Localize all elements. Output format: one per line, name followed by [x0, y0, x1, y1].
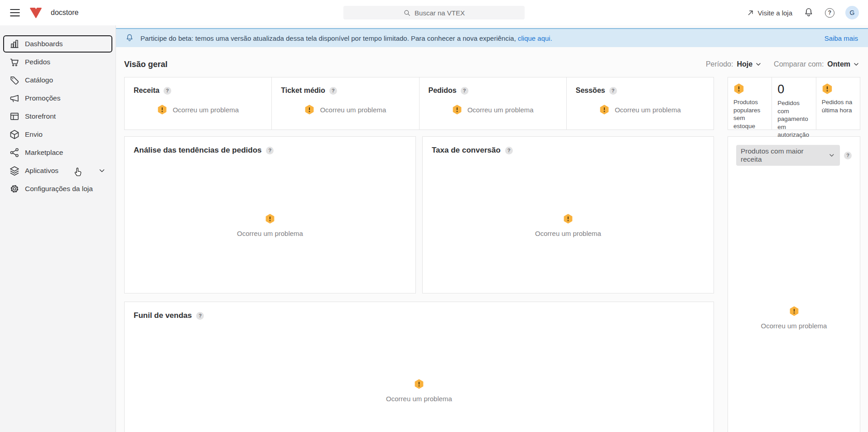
warning-icon	[822, 83, 833, 94]
panel-title: Funil de vendas	[134, 311, 192, 320]
share-icon	[9, 147, 20, 158]
notifications-bell-icon[interactable]	[803, 7, 814, 18]
sidebar: Dashboards Pedidos Catálogo Promoções St…	[0, 25, 116, 432]
period-select[interactable]: Período: Hoje	[706, 60, 762, 68]
sidebar-item-marketplace[interactable]: Marketplace	[3, 144, 112, 161]
warning-icon	[563, 214, 573, 224]
hamburger-menu-icon[interactable]	[9, 7, 21, 19]
mini-card-value: 0	[777, 83, 810, 95]
warning-icon	[733, 83, 744, 94]
cart-icon	[9, 57, 20, 67]
banner-link[interactable]: clique aqui.	[518, 34, 552, 42]
mini-card-label: Pedidos na última hora	[822, 98, 854, 114]
period-controls: Período: Hoje Comparar com: Ontem	[706, 60, 860, 68]
mini-card-pedidos-ultima-hora[interactable]: Pedidos na última hora	[816, 77, 860, 130]
error-message: Ocorreu um problema	[320, 106, 386, 114]
orders-trend-panel: Análise das tendências de pedidos ? Ocor…	[124, 136, 416, 293]
help-badge-icon[interactable]: ?	[329, 87, 337, 95]
help-badge-icon[interactable]: ?	[844, 152, 852, 159]
sidebar-item-catalogo[interactable]: Catálogo	[3, 72, 112, 89]
sidebar-item-aplicativos[interactable]: Aplicativos	[3, 162, 112, 179]
sidebar-item-label: Dashboards	[25, 40, 63, 48]
warning-icon	[452, 105, 462, 115]
top-products-selector[interactable]: Produtos com maior receita	[736, 145, 840, 166]
sidebar-item-storefront[interactable]: Storefront	[3, 108, 112, 125]
gear-icon	[9, 183, 20, 194]
external-link-icon	[747, 9, 754, 16]
sidebar-item-promocoes[interactable]: Promoções	[3, 90, 112, 107]
compare-label: Comparar com:	[774, 60, 824, 68]
sidebar-item-label: Promoções	[25, 94, 60, 102]
compare-select[interactable]: Comparar com: Ontem	[774, 60, 860, 68]
metric-card-receita: Receita ? Ocorreu um problema	[125, 77, 271, 130]
sidebar-item-label: Catálogo	[25, 76, 53, 84]
main-content: Participe do beta: temos uma versão atua…	[116, 25, 868, 432]
warning-icon	[599, 105, 609, 115]
sidebar-item-dashboards[interactable]: Dashboards	[3, 35, 112, 53]
megaphone-icon	[9, 93, 20, 104]
metrics-panel: Receita ? Ocorreu um problema Ticket méd…	[124, 77, 714, 130]
mini-metrics-panel: Produtos populares sem estoque 0 Pedidos…	[728, 77, 860, 130]
tag-icon	[9, 75, 20, 86]
warning-icon	[265, 214, 275, 224]
help-badge-icon[interactable]: ?	[609, 87, 617, 95]
panel-title: Análise das tendências de pedidos	[134, 146, 261, 155]
panel-title: Taxa de conversão	[432, 146, 501, 155]
metric-title: Ticket médio	[281, 86, 325, 95]
sidebar-item-label: Pedidos	[25, 58, 50, 66]
warning-icon	[304, 105, 314, 115]
sidebar-item-label: Configurações da loja	[25, 185, 93, 193]
visit-store-label: Visite a loja	[758, 9, 792, 17]
help-badge-icon[interactable]: ?	[196, 312, 204, 320]
chevron-down-icon	[828, 152, 835, 159]
selector-label: Produtos com maior receita	[741, 147, 825, 163]
sidebar-item-pedidos[interactable]: Pedidos	[3, 53, 112, 71]
search-input[interactable]: Buscar na VTEX	[343, 6, 525, 19]
beta-banner: Participe do beta: temos uma versão atua…	[116, 28, 868, 47]
help-badge-icon[interactable]: ?	[505, 147, 513, 154]
error-message: Ocorreu um problema	[386, 395, 452, 403]
period-label: Período:	[706, 60, 733, 68]
error-message: Ocorreu um problema	[468, 106, 534, 114]
saiba-mais-button[interactable]: Saiba mais	[825, 34, 858, 42]
mini-card-produtos-sem-estoque[interactable]: Produtos populares sem estoque	[728, 77, 772, 130]
sidebar-item-configuracoes[interactable]: Configurações da loja	[3, 180, 112, 197]
avatar[interactable]: G	[845, 6, 859, 19]
error-message: Ocorreu um problema	[535, 230, 601, 237]
compare-value: Ontem	[827, 60, 850, 68]
topbar: docstore Buscar na VTEX Visite a loja ? …	[0, 0, 868, 25]
storefront-icon	[9, 111, 20, 122]
sidebar-item-envio[interactable]: Envio	[3, 126, 112, 143]
mini-card-label: Produtos populares sem estoque	[733, 98, 766, 130]
mini-card-pagamento-autorizacao[interactable]: 0 Pedidos com pagamento em autorização	[772, 77, 815, 130]
visit-store-button[interactable]: Visite a loja	[747, 9, 792, 17]
mini-card-label: Pedidos com pagamento em autorização	[777, 99, 810, 139]
search-placeholder: Buscar na VTEX	[415, 9, 465, 17]
metric-card-pedidos: Pedidos ? Ocorreu um problema	[419, 77, 566, 130]
chevron-down-icon	[853, 61, 860, 68]
warning-icon	[414, 379, 424, 389]
metric-title: Pedidos	[429, 86, 457, 95]
layers-icon	[9, 165, 20, 176]
top-products-panel: Produtos com maior receita ? Ocorreu um …	[728, 136, 860, 432]
period-value: Hoje	[737, 60, 752, 68]
help-badge-icon[interactable]: ?	[461, 87, 468, 95]
help-icon[interactable]: ?	[825, 8, 834, 18]
conversion-rate-panel: Taxa de conversão ? Ocorreu um problema	[422, 136, 714, 293]
metric-title: Receita	[134, 86, 159, 95]
metric-card-ticket-medio: Ticket médio ? Ocorreu um problema	[271, 77, 419, 130]
warning-icon	[157, 105, 167, 115]
help-badge-icon[interactable]: ?	[164, 87, 171, 95]
sidebar-item-label: Storefront	[25, 112, 56, 120]
sales-funnel-panel: Funil de vendas ? Ocorreu um problema	[124, 302, 714, 432]
banner-text: Participe do beta: temos uma versão atua…	[140, 34, 552, 42]
package-icon	[9, 129, 20, 140]
chevron-down-icon	[755, 61, 762, 68]
metric-card-sessoes: Sessões ? Ocorreu um problema	[566, 77, 714, 130]
warning-icon	[789, 306, 799, 316]
metric-title: Sessões	[576, 86, 605, 95]
vtex-logo-icon	[29, 6, 43, 19]
sidebar-item-label: Envio	[25, 130, 43, 139]
help-badge-icon[interactable]: ?	[266, 147, 274, 154]
bar-chart-icon	[9, 38, 20, 49]
